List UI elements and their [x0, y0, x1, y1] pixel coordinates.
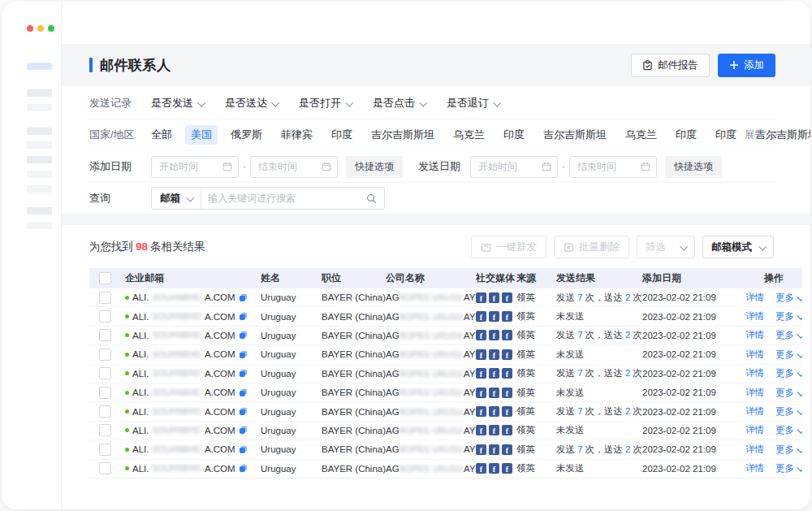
- search-input[interactable]: [201, 193, 366, 204]
- close-window-icon[interactable]: [27, 25, 33, 32]
- detail-link[interactable]: 详情: [745, 444, 764, 456]
- search-icon[interactable]: [366, 193, 377, 204]
- add-button[interactable]: 添加: [718, 54, 775, 77]
- minimize-window-icon[interactable]: [37, 25, 44, 32]
- select-all-checkbox[interactable]: [99, 272, 111, 284]
- copy-email-icon[interactable]: [239, 350, 248, 359]
- row-checkbox[interactable]: [99, 349, 111, 361]
- filter-dropdown[interactable]: 是否点击: [373, 96, 425, 110]
- facebook-icon[interactable]: f: [489, 349, 499, 360]
- detail-link[interactable]: 详情: [745, 405, 764, 418]
- country-tag[interactable]: 全部: [151, 128, 172, 142]
- facebook-icon[interactable]: f: [476, 388, 486, 398]
- facebook-icon[interactable]: f: [502, 368, 512, 379]
- facebook-icon[interactable]: f: [502, 425, 512, 435]
- copy-email-icon[interactable]: [239, 464, 248, 473]
- add-date-end-input[interactable]: [250, 156, 338, 178]
- facebook-icon[interactable]: f: [476, 406, 486, 417]
- sidebar-item[interactable]: [27, 156, 52, 163]
- more-link[interactable]: 更多: [775, 310, 802, 323]
- expand-toggle[interactable]: 展开: [745, 128, 775, 142]
- end-time-field[interactable]: [576, 160, 641, 173]
- bulk-delete-button[interactable]: 批量删除: [554, 236, 629, 258]
- facebook-icon[interactable]: f: [489, 425, 499, 435]
- facebook-icon[interactable]: f: [489, 292, 499, 303]
- facebook-icon[interactable]: f: [489, 330, 499, 340]
- country-tag[interactable]: 俄罗斯: [231, 128, 262, 142]
- facebook-icon[interactable]: f: [476, 368, 486, 379]
- detail-link[interactable]: 详情: [745, 292, 764, 304]
- facebook-icon[interactable]: f: [489, 406, 499, 417]
- facebook-icon[interactable]: f: [489, 463, 499, 474]
- country-tag[interactable]: 美国: [185, 125, 218, 145]
- send-date-start-input[interactable]: [470, 156, 558, 178]
- row-checkbox[interactable]: [99, 462, 111, 474]
- filter-dropdown[interactable]: 是否打开: [299, 96, 352, 110]
- copy-email-icon[interactable]: [239, 388, 248, 397]
- end-time-field[interactable]: [257, 160, 322, 173]
- more-link[interactable]: 更多: [775, 405, 802, 418]
- mailbox-mode-select[interactable]: 邮箱模式: [702, 236, 774, 258]
- copy-email-icon[interactable]: [239, 312, 248, 321]
- more-link[interactable]: 更多: [775, 444, 802, 456]
- facebook-icon[interactable]: f: [502, 388, 512, 398]
- sidebar-item[interactable]: [27, 171, 52, 178]
- copy-email-icon[interactable]: [239, 369, 248, 378]
- detail-link[interactable]: 详情: [745, 310, 764, 323]
- row-checkbox[interactable]: [99, 405, 111, 418]
- country-tag[interactable]: 印度: [676, 128, 697, 142]
- facebook-icon[interactable]: f: [489, 311, 499, 322]
- more-link[interactable]: 更多: [775, 387, 802, 399]
- add-date-quick-options-button[interactable]: 快捷选项: [346, 156, 403, 178]
- bulk-send-button[interactable]: 一键群发: [471, 236, 546, 258]
- row-checkbox[interactable]: [99, 444, 111, 456]
- copy-email-icon[interactable]: [239, 445, 248, 454]
- facebook-icon[interactable]: f: [502, 444, 512, 455]
- row-checkbox[interactable]: [99, 329, 111, 341]
- facebook-icon[interactable]: f: [476, 463, 486, 474]
- filter-select[interactable]: 筛选: [637, 236, 695, 258]
- row-checkbox[interactable]: [99, 387, 111, 399]
- copy-email-icon[interactable]: [239, 407, 248, 416]
- more-link[interactable]: 更多: [775, 292, 802, 304]
- detail-link[interactable]: 详情: [745, 367, 764, 379]
- copy-email-icon[interactable]: [239, 331, 248, 340]
- filter-dropdown[interactable]: 是否退订: [447, 96, 499, 110]
- mail-report-button[interactable]: 邮件报告: [631, 54, 710, 77]
- add-date-start-input[interactable]: [151, 156, 239, 178]
- facebook-icon[interactable]: f: [502, 349, 512, 360]
- country-tag[interactable]: 乌克兰: [453, 128, 485, 142]
- facebook-icon[interactable]: f: [476, 425, 486, 435]
- country-tag[interactable]: 吉尔吉斯斯坦: [371, 128, 434, 142]
- sidebar-item[interactable]: [27, 104, 52, 111]
- detail-link[interactable]: 详情: [745, 462, 764, 474]
- zoom-window-icon[interactable]: [48, 25, 54, 32]
- country-tag[interactable]: 吉尔吉斯斯坦: [543, 128, 607, 142]
- country-tag[interactable]: 印度: [331, 128, 352, 142]
- facebook-icon[interactable]: f: [489, 368, 499, 379]
- country-tag[interactable]: 乌克兰: [625, 128, 657, 142]
- sidebar-item[interactable]: [27, 207, 52, 214]
- sidebar-item[interactable]: [27, 89, 52, 97]
- facebook-icon[interactable]: f: [502, 330, 512, 340]
- facebook-icon[interactable]: f: [476, 349, 486, 360]
- query-type-select[interactable]: 邮箱: [152, 188, 201, 209]
- facebook-icon[interactable]: f: [502, 463, 512, 474]
- start-time-field[interactable]: [158, 160, 222, 173]
- facebook-icon[interactable]: f: [489, 388, 499, 398]
- row-checkbox[interactable]: [99, 367, 111, 379]
- detail-link[interactable]: 详情: [745, 329, 764, 341]
- more-link[interactable]: 更多: [775, 329, 802, 341]
- row-checkbox[interactable]: [99, 292, 111, 304]
- country-tag[interactable]: 菲律宾: [281, 128, 313, 142]
- copy-email-icon[interactable]: [239, 426, 248, 435]
- facebook-icon[interactable]: f: [502, 292, 512, 303]
- sidebar-item[interactable]: [27, 141, 52, 149]
- send-date-end-input[interactable]: [569, 156, 657, 178]
- more-link[interactable]: 更多: [775, 349, 802, 361]
- row-checkbox[interactable]: [99, 310, 111, 323]
- send-date-quick-options-button[interactable]: 快捷选项: [665, 156, 722, 178]
- facebook-icon[interactable]: f: [476, 330, 486, 340]
- more-link[interactable]: 更多: [775, 424, 802, 436]
- country-tag[interactable]: 印度: [715, 128, 736, 142]
